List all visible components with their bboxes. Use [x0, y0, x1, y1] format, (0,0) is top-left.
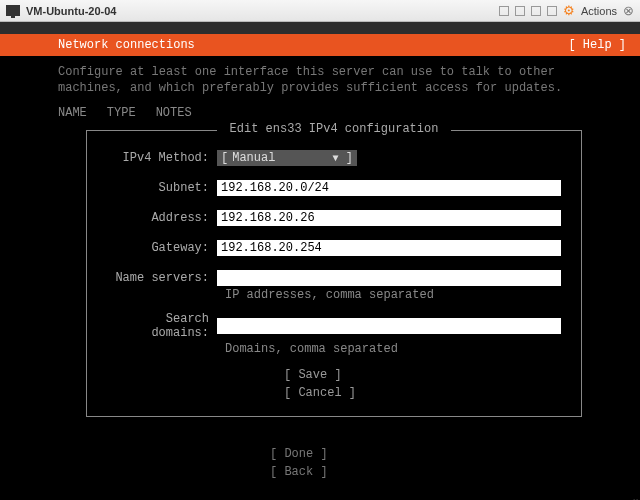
dialog-title: Edit ens33 IPv4 configuration	[87, 122, 581, 136]
footer-buttons: [ Done ] [ Back ]	[0, 445, 640, 481]
searchdomains-input[interactable]	[217, 318, 561, 334]
col-notes: NOTES	[156, 106, 192, 120]
searchdomains-label: Search domains:	[107, 312, 217, 340]
gear-icon[interactable]: ⚙	[563, 4, 575, 17]
nameservers-label: Name servers:	[107, 271, 217, 285]
dialog-buttons: [ Save ] [ Cancel ]	[107, 366, 561, 402]
console: Network connections [ Help ] Configure a…	[0, 34, 640, 500]
address-input[interactable]	[217, 210, 561, 226]
ipv4-method-dropdown[interactable]: [ Manual ▼ ]	[217, 150, 357, 166]
gateway-label: Gateway:	[107, 241, 217, 255]
col-type: TYPE	[107, 106, 136, 120]
nameservers-hint: IP addresses, comma separated	[107, 288, 561, 302]
help-button[interactable]: [ Help ]	[568, 38, 626, 52]
toolbar-icon-3[interactable]	[531, 6, 541, 16]
vm-toolbar: ⚙ Actions ⊗	[499, 3, 634, 18]
vm-title: VM-Ubuntu-20-04	[26, 5, 499, 17]
close-icon[interactable]: ⊗	[623, 3, 634, 18]
header-bar: Network connections [ Help ]	[0, 34, 640, 56]
toolbar-icon-2[interactable]	[515, 6, 525, 16]
searchdomains-hint: Domains, comma separated	[107, 342, 561, 356]
ipv4-method-value: Manual	[228, 151, 332, 165]
actions-label[interactable]: Actions	[581, 5, 617, 17]
page-title: Network connections	[58, 38, 568, 52]
monitor-icon	[6, 5, 20, 16]
address-label: Address:	[107, 211, 217, 225]
ipv4-dialog: Edit ens33 IPv4 configuration IPv4 Metho…	[86, 130, 582, 417]
subnet-label: Subnet:	[107, 181, 217, 195]
vm-titlebar: VM-Ubuntu-20-04 ⚙ Actions ⊗	[0, 0, 640, 22]
nameservers-input[interactable]	[217, 270, 561, 286]
subnet-input[interactable]	[217, 180, 561, 196]
cancel-button[interactable]: [ Cancel ]	[284, 384, 384, 402]
save-button[interactable]: [ Save ]	[284, 366, 384, 384]
col-name: NAME	[58, 106, 87, 120]
instructions-text: Configure at least one interface this se…	[0, 56, 640, 100]
toolbar-icon-1[interactable]	[499, 6, 509, 16]
done-button[interactable]: [ Done ]	[270, 445, 370, 463]
method-label: IPv4 Method:	[107, 151, 217, 165]
back-button[interactable]: [ Back ]	[270, 463, 370, 481]
toolbar-icon-4[interactable]	[547, 6, 557, 16]
gateway-input[interactable]	[217, 240, 561, 256]
